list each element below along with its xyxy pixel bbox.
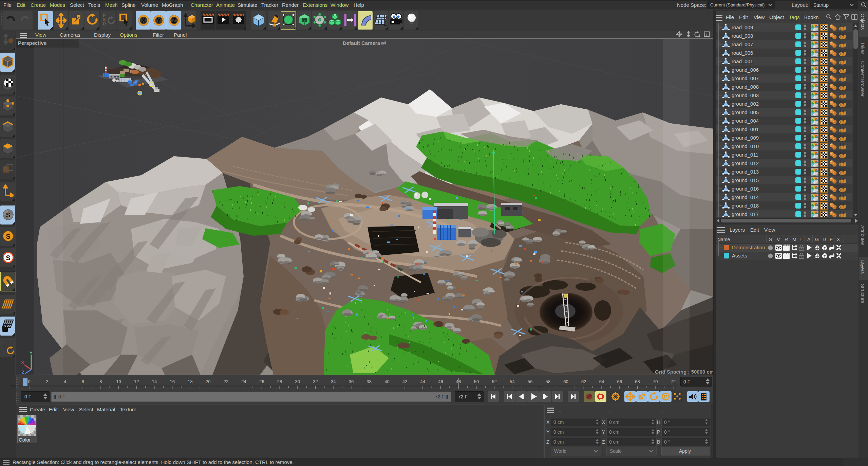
svg-text:Y: Y	[30, 351, 33, 356]
svg-text:30: 30	[295, 379, 300, 384]
svg-text:44: 44	[420, 379, 425, 384]
svg-text:S: S	[6, 233, 10, 240]
svg-text:62: 62	[581, 379, 586, 384]
svg-text:22: 22	[224, 379, 228, 384]
svg-text:72: 72	[671, 379, 676, 384]
svg-text:54: 54	[510, 379, 514, 384]
svg-text:26: 26	[259, 379, 264, 384]
svg-text:36: 36	[349, 379, 354, 384]
svg-text:50: 50	[474, 379, 479, 384]
svg-text:42: 42	[402, 379, 407, 384]
svg-text:X: X	[141, 17, 146, 24]
svg-text:8: 8	[99, 379, 102, 384]
svg-text:14: 14	[152, 379, 157, 384]
svg-text:46: 46	[438, 379, 443, 384]
svg-text:60: 60	[563, 379, 568, 384]
svg-text:Z: Z	[172, 17, 176, 24]
svg-text:2: 2	[46, 379, 48, 384]
svg-text:16: 16	[170, 379, 175, 384]
svg-text:70: 70	[653, 379, 658, 384]
svg-text:10: 10	[116, 379, 121, 384]
svg-text:58: 58	[546, 379, 550, 384]
svg-text:28: 28	[277, 379, 282, 384]
svg-text:4: 4	[64, 379, 66, 384]
svg-text:40: 40	[384, 379, 389, 384]
svg-text:12: 12	[134, 379, 139, 384]
svg-text:Z: Z	[22, 370, 24, 374]
svg-text:66: 66	[617, 379, 622, 384]
svg-text:18: 18	[188, 379, 192, 384]
svg-text:52: 52	[492, 379, 496, 384]
svg-text:S: S	[6, 211, 10, 219]
svg-text:6: 6	[82, 379, 84, 384]
svg-text:20: 20	[206, 379, 210, 384]
svg-text:68: 68	[635, 379, 640, 384]
svg-text:X: X	[21, 360, 24, 365]
svg-text:S: S	[6, 254, 10, 262]
svg-text:Y: Y	[156, 17, 161, 24]
svg-text:64: 64	[599, 379, 604, 384]
svg-text:0: 0	[28, 379, 30, 384]
svg-text:32: 32	[313, 379, 318, 384]
svg-text:56: 56	[528, 379, 532, 384]
svg-text:38: 38	[366, 379, 371, 384]
svg-text:34: 34	[331, 379, 336, 384]
svg-text:P: P	[664, 394, 667, 399]
